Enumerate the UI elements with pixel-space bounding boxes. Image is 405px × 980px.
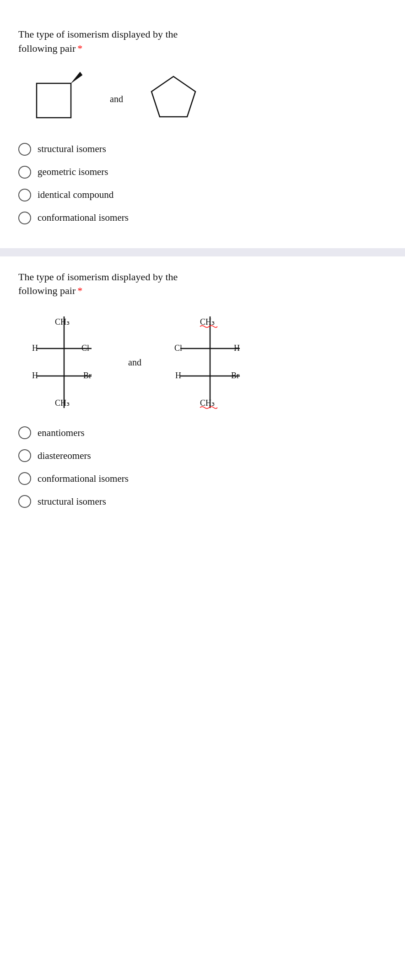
radio-1-4[interactable] (18, 212, 31, 224)
option-label-1-4: conformational isomers (38, 212, 129, 223)
radio-2-3[interactable] (18, 472, 31, 485)
option-label-1-1: structural isomers (38, 143, 106, 155)
molecule-2-right-fischer: CH₃ Cl H H Br CH₃ (173, 312, 247, 413)
question-2-title-line1: The type of isomerism displayed by the (18, 271, 178, 283)
br-right-bottom: Br (83, 371, 92, 380)
option-2-1[interactable]: enantiomers (18, 426, 387, 439)
molecule-2-left-fischer: CH₃ H Cl H Br CH₃ (32, 312, 96, 413)
radio-1-3[interactable] (18, 189, 31, 201)
question-2-title-line2: following pair (18, 285, 76, 296)
radio-2-2[interactable] (18, 449, 31, 462)
required-star-2: * (77, 285, 82, 296)
svg-rect-0 (37, 83, 71, 118)
option-2-2[interactable]: diastereomers (18, 449, 387, 462)
option-label-2-4: structural isomers (38, 496, 106, 507)
option-label-1-2: geometric isomers (38, 166, 108, 178)
h-left-bottom-r: H (175, 371, 181, 380)
radio-1-2[interactable] (18, 166, 31, 179)
h-left-bottom: H (32, 371, 38, 380)
svg-marker-2 (151, 76, 195, 117)
and-label-1: and (105, 94, 128, 104)
question-2: The type of isomerism displayed by the f… (18, 256, 387, 532)
option-2-4[interactable]: structural isomers (18, 495, 387, 508)
ch3-top-left: CH₃ (55, 317, 70, 327)
h-left-top: H (32, 343, 38, 353)
option-label-1-3: identical compound (38, 189, 113, 201)
section-divider (0, 248, 405, 256)
molecule-1-cyclopentane (146, 72, 201, 127)
option-1-2[interactable]: geometric isomers (18, 166, 387, 179)
option-1-4[interactable]: conformational isomers (18, 212, 387, 224)
question-1: The type of isomerism displayed by the f… (18, 14, 387, 248)
cl-right-top: Cl (81, 343, 89, 353)
options-list-1: structural isomers geometric isomers ide… (18, 143, 387, 224)
radio-2-1[interactable] (18, 426, 31, 439)
ch3-bottom-left: CH₃ (55, 398, 70, 408)
options-list-2: enantiomers diastereomers conformational… (18, 426, 387, 508)
question-1-title-line2: following pair (18, 43, 76, 54)
radio-2-4[interactable] (18, 495, 31, 508)
h-right-top: H (234, 343, 240, 353)
question-1-title-line1: The type of isomerism displayed by the (18, 28, 178, 40)
ch3-top-right: CH₃ (200, 317, 215, 327)
svg-marker-1 (71, 72, 82, 83)
br-right-bottom-r: Br (231, 371, 239, 380)
option-1-3[interactable]: identical compound (18, 189, 387, 201)
option-2-3[interactable]: conformational isomers (18, 472, 387, 485)
molecule-row-1: and (27, 70, 387, 129)
option-label-2-1: enantiomers (38, 427, 85, 439)
option-1-1[interactable]: structural isomers (18, 143, 387, 156)
ch3-bottom-right: CH₃ (200, 398, 215, 408)
cl-left-top: Cl (174, 343, 182, 353)
molecule-row-2: CH₃ H Cl H Br CH₃ and CH₃ Cl (32, 312, 387, 413)
molecule-1-cyclobutane-wedge (27, 70, 87, 129)
option-label-2-3: conformational isomers (38, 473, 129, 485)
required-star-1: * (77, 43, 82, 54)
and-label-2: and (124, 357, 146, 368)
question-1-title: The type of isomerism displayed by the f… (18, 27, 387, 56)
question-2-title: The type of isomerism displayed by the f… (18, 270, 387, 299)
option-label-2-2: diastereomers (38, 450, 91, 462)
radio-1-1[interactable] (18, 143, 31, 156)
